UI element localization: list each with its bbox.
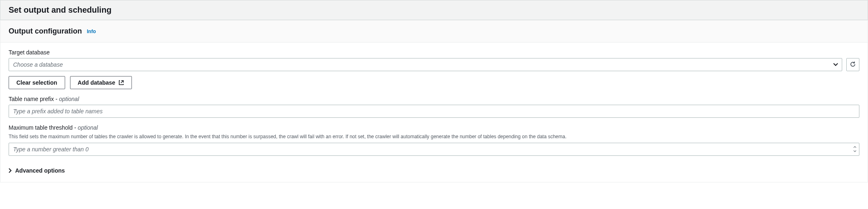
spinner-up-button[interactable] <box>852 145 858 149</box>
refresh-button[interactable] <box>846 58 859 71</box>
caret-right-icon <box>9 168 12 173</box>
target-database-group: Target database Choose a database <box>9 49 859 89</box>
spinner-down-button[interactable] <box>852 149 858 153</box>
table-prefix-optional: optional <box>59 96 79 102</box>
advanced-options-toggle[interactable]: Advanced options <box>9 167 859 174</box>
target-database-label: Target database <box>9 49 859 56</box>
clear-selection-label: Clear selection <box>16 79 57 86</box>
external-link-icon <box>118 80 124 85</box>
target-database-row: Choose a database <box>9 58 859 71</box>
table-prefix-label: Table name prefix - optional <box>9 96 859 102</box>
max-threshold-label-text: Maximum table threshold - <box>9 124 78 131</box>
add-database-label: Add database <box>78 79 116 86</box>
target-database-buttons: Clear selection Add database <box>9 76 859 89</box>
table-prefix-input[interactable] <box>9 105 859 118</box>
target-database-placeholder: Choose a database <box>13 61 63 68</box>
output-config-panel: Output configuration Info Target databas… <box>0 20 868 182</box>
refresh-icon <box>850 61 856 69</box>
max-threshold-description: This field sets the maximum number of ta… <box>9 133 859 140</box>
clear-selection-button[interactable]: Clear selection <box>9 76 65 89</box>
max-threshold-input[interactable] <box>9 143 859 156</box>
max-threshold-optional: optional <box>78 124 98 131</box>
max-threshold-label: Maximum table threshold - optional <box>9 124 859 131</box>
panel-header: Output configuration Info <box>0 20 868 43</box>
max-threshold-group: Maximum table threshold - optional This … <box>9 124 859 156</box>
add-database-button[interactable]: Add database <box>70 76 132 89</box>
panel-body: Target database Choose a database <box>0 43 868 182</box>
page-header: Set output and scheduling <box>0 0 868 20</box>
info-link[interactable]: Info <box>87 29 96 34</box>
chevron-up-icon <box>853 146 857 148</box>
table-prefix-group: Table name prefix - optional <box>9 96 859 118</box>
chevron-down-icon <box>853 150 857 152</box>
advanced-options-label: Advanced options <box>15 167 65 174</box>
panel-title: Output configuration <box>9 27 82 36</box>
max-threshold-input-wrap <box>9 143 859 156</box>
page-title: Set output and scheduling <box>9 5 111 14</box>
table-prefix-label-text: Table name prefix - <box>9 96 59 102</box>
target-database-select-wrap: Choose a database <box>9 58 842 71</box>
target-database-select[interactable]: Choose a database <box>9 58 842 71</box>
number-spinner <box>852 145 858 153</box>
